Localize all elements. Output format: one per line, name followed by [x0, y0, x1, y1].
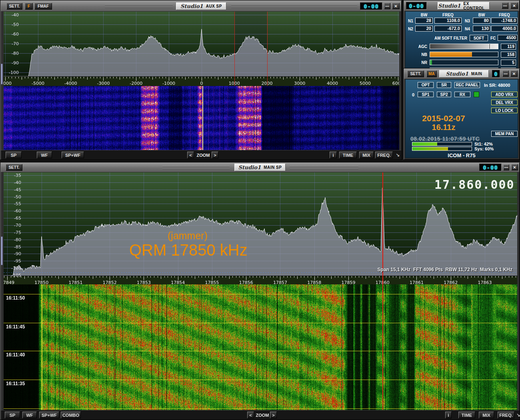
am-soft-filter-label: AM SOFT FILTER — [421, 36, 467, 40]
lo-lock-button[interactable]: LO LOCK — [491, 108, 518, 113]
n1-freq-field[interactable]: 1108.0 — [434, 18, 462, 24]
zoom-in-button[interactable]: > — [212, 152, 218, 158]
rec-panel-button[interactable]: REC PANEL — [454, 82, 480, 88]
window-title: MAIN — [471, 72, 482, 76]
tuned-frequency-display: 17.860.000 — [434, 178, 514, 192]
n2-freq-field[interactable]: -672.0 — [434, 26, 462, 32]
spwf-button[interactable]: SP+WF — [62, 152, 84, 158]
st1-meter — [412, 142, 472, 146]
nr-slider[interactable] — [430, 60, 498, 65]
minimize-button[interactable]: — — [384, 3, 390, 9]
mix-button[interactable]: MIX — [359, 152, 374, 158]
minimize-button[interactable]: — — [502, 70, 509, 77]
ex-control-body: BW FREQ BW FREQ N1 28 1108.0 N3 80 -1748… — [405, 11, 518, 68]
resize-grip-icon[interactable]: ↘ — [516, 412, 520, 418]
del-vrx-button[interactable]: DEL VRX — [491, 100, 518, 105]
agc-value[interactable]: 119 — [501, 44, 516, 50]
freq-header: FREQ — [434, 13, 462, 17]
n1-bw-field[interactable]: 28 — [415, 18, 433, 24]
freq-button[interactable]: FREQ. — [498, 412, 514, 418]
mix-button[interactable]: MIX — [479, 412, 494, 418]
fmaf-button[interactable]: FMAF — [34, 3, 52, 10]
zoom-in-button[interactable]: > — [270, 412, 277, 418]
settings-button[interactable]: SETT. — [407, 70, 424, 77]
aux-waterfall-canvas[interactable] — [4, 86, 399, 152]
title-plate: Studio1 MAIN — [439, 70, 489, 78]
sys-meter-label: Sys: 60% — [474, 146, 494, 151]
aux-titlebar[interactable]: SETT. F FMAF Studio1 AUX SP 0-00 — ✕ — [1, 1, 401, 12]
in-sr-label: In SR: 48000 — [484, 83, 510, 88]
lcd-digit: 0 — [492, 70, 500, 78]
n2-bw-field[interactable]: 20 — [415, 26, 433, 32]
waterfall-timestamp: 16:11:35 — [6, 381, 25, 386]
wf-button[interactable]: WF — [22, 412, 37, 418]
add-vrx-button[interactable]: ADD VRX — [491, 92, 518, 97]
settings-button[interactable]: SETT. — [6, 3, 22, 10]
sp-button[interactable]: SP — [6, 152, 22, 158]
time-button[interactable]: TIME — [339, 152, 357, 158]
nb-label: NB — [407, 52, 427, 58]
agc-label: AGC — [407, 44, 427, 50]
agc-slider[interactable] — [430, 44, 498, 49]
nb-slider-row: NB 158 — [407, 52, 516, 58]
rx-active-led — [474, 92, 479, 97]
n2-label: N2 — [408, 27, 413, 31]
brand-label: Studio1 — [238, 164, 261, 170]
sr-button[interactable]: SR — [437, 82, 451, 88]
resize-grip-icon[interactable]: ↘ — [394, 152, 401, 158]
main-titlebar[interactable]: SETT. MA Studio1 MAIN 0 — ✕ — [404, 69, 519, 79]
sp1-button[interactable]: SP1 — [418, 92, 434, 97]
agc-slider-marker[interactable] — [490, 44, 491, 49]
waterfall-timestamp: 16:11:50 — [6, 295, 25, 301]
close-button[interactable]: ✕ — [392, 3, 400, 9]
nr-value[interactable]: 5 — [501, 60, 516, 66]
minimize-button[interactable]: — — [503, 164, 509, 170]
n3-bw-field[interactable]: 80 — [473, 18, 490, 24]
n4-bw-field[interactable]: 130 — [473, 26, 490, 32]
agc-slider-fill — [430, 44, 498, 49]
close-button[interactable]: ✕ — [510, 2, 518, 9]
nb-value[interactable]: 158 — [501, 52, 516, 58]
opt-button[interactable]: OPT — [418, 82, 434, 88]
n4-freq-field[interactable]: 4000.0 — [491, 26, 518, 32]
titlebar-grip — [290, 166, 358, 170]
ma-button[interactable]: MA — [426, 70, 437, 77]
combo-button[interactable]: COMBO — [61, 412, 81, 418]
info-button[interactable]: i — [330, 152, 337, 158]
sys-meter — [412, 147, 472, 151]
mem-pan-button[interactable]: MEM PAN — [491, 131, 518, 137]
freq-button[interactable]: FREQ. — [375, 152, 393, 158]
main-control-body: OPT SR REC PANEL In SR: 48000 0 SP1 SP2 … — [405, 79, 518, 158]
main-sp-window: SETT. Studio1 MAIN SP 0-00 — ✕ 17.860.00… — [0, 162, 520, 420]
close-button[interactable]: ✕ — [511, 164, 518, 170]
rx-button[interactable]: RX — [454, 92, 470, 97]
soft-filter-button[interactable]: SOFT — [470, 35, 488, 41]
aux-spectrum-canvas[interactable] — [4, 12, 399, 86]
frame-scroll-thumb[interactable] — [1, 64, 3, 84]
main-waterfall-canvas[interactable] — [4, 284, 517, 410]
mainsp-titlebar[interactable]: SETT. Studio1 MAIN SP 0-00 — ✕ — [1, 163, 519, 172]
frame-scroll-thumb[interactable] — [1, 236, 3, 265]
n3-freq-field[interactable]: -1748.0 — [491, 18, 518, 24]
time-button[interactable]: TIME — [458, 412, 475, 418]
minimize-button[interactable]: — — [502, 2, 508, 9]
info-button[interactable]: i — [445, 412, 452, 418]
wf-button[interactable]: WF — [37, 152, 52, 158]
f-button[interactable]: F — [25, 3, 33, 10]
mainsp-toolbar: SP WF SP+WF COMBO < ZOOM > i TIME MIX FR… — [1, 410, 519, 419]
nr-slider-row: NR 5 — [407, 60, 516, 66]
title-plate: Studio1 EX CONTROL — [438, 2, 490, 10]
zoom-out-button[interactable]: < — [187, 152, 194, 158]
fc-label: FC — [490, 36, 496, 40]
close-button[interactable]: ✕ — [510, 70, 518, 77]
title-plate: Studio1 AUX SP — [176, 2, 226, 10]
zoom-label: ZOOM — [196, 152, 211, 158]
nb-slider[interactable] — [430, 52, 498, 57]
fc-field[interactable]: 4500 — [498, 35, 518, 41]
spwf-button[interactable]: SP+WF — [39, 412, 59, 418]
sp2-button[interactable]: SP2 — [437, 92, 451, 97]
sp-button[interactable]: SP — [5, 412, 20, 418]
settings-button[interactable]: SETT. — [6, 164, 22, 171]
ex-titlebar[interactable]: 0-00 Studio1 EX CONTROL — ✕ — [404, 1, 519, 11]
zoom-out-button[interactable]: < — [247, 412, 254, 418]
